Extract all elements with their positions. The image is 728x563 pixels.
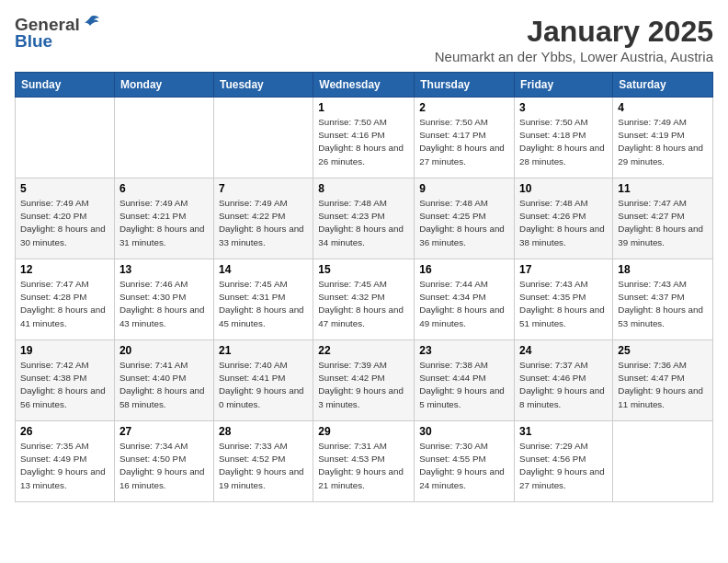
calendar-cell: 1Sunrise: 7:50 AMSunset: 4:16 PMDaylight…	[313, 98, 415, 178]
header-sunday: Sunday	[16, 73, 115, 98]
calendar-cell: 11Sunrise: 7:47 AMSunset: 4:27 PMDayligh…	[613, 178, 713, 259]
calendar-cell: 8Sunrise: 7:48 AMSunset: 4:23 PMDaylight…	[313, 178, 415, 259]
calendar-cell: 26Sunrise: 7:35 AMSunset: 4:49 PMDayligh…	[16, 421, 115, 502]
day-number: 23	[419, 344, 509, 357]
calendar-cell: 10Sunrise: 7:48 AMSunset: 4:26 PMDayligh…	[515, 178, 613, 259]
calendar-cell: 28Sunrise: 7:33 AMSunset: 4:52 PMDayligh…	[213, 421, 313, 502]
day-number: 5	[20, 182, 109, 195]
calendar-cell: 9Sunrise: 7:48 AMSunset: 4:25 PMDaylight…	[415, 178, 515, 259]
calendar-cell: 3Sunrise: 7:50 AMSunset: 4:18 PMDaylight…	[515, 98, 613, 178]
day-number: 3	[519, 101, 608, 114]
day-number: 1	[318, 101, 409, 114]
calendar-cell: 13Sunrise: 7:46 AMSunset: 4:30 PMDayligh…	[114, 259, 213, 340]
calendar-cell: 22Sunrise: 7:39 AMSunset: 4:42 PMDayligh…	[313, 340, 415, 421]
calendar-cell: 19Sunrise: 7:42 AMSunset: 4:38 PMDayligh…	[16, 340, 115, 421]
calendar-cell: 29Sunrise: 7:31 AMSunset: 4:53 PMDayligh…	[313, 421, 415, 502]
day-info: Sunrise: 7:47 AMSunset: 4:27 PMDaylight:…	[618, 197, 708, 249]
day-info: Sunrise: 7:36 AMSunset: 4:47 PMDaylight:…	[618, 359, 708, 411]
calendar-cell: 27Sunrise: 7:34 AMSunset: 4:50 PMDayligh…	[114, 421, 213, 502]
day-number: 4	[618, 101, 708, 114]
logo: General Blue	[15, 15, 100, 52]
calendar-week-row: 19Sunrise: 7:42 AMSunset: 4:38 PMDayligh…	[16, 340, 713, 421]
day-info: Sunrise: 7:50 AMSunset: 4:18 PMDaylight:…	[519, 116, 608, 168]
calendar-cell: 25Sunrise: 7:36 AMSunset: 4:47 PMDayligh…	[613, 340, 713, 421]
day-info: Sunrise: 7:30 AMSunset: 4:55 PMDaylight:…	[419, 440, 509, 492]
day-info: Sunrise: 7:35 AMSunset: 4:49 PMDaylight:…	[20, 440, 109, 492]
day-info: Sunrise: 7:49 AMSunset: 4:19 PMDaylight:…	[618, 116, 708, 168]
day-number: 29	[318, 425, 409, 438]
day-info: Sunrise: 7:38 AMSunset: 4:44 PMDaylight:…	[419, 359, 509, 411]
day-number: 20	[119, 344, 209, 357]
day-info: Sunrise: 7:50 AMSunset: 4:16 PMDaylight:…	[318, 116, 409, 168]
location-subtitle: Neumarkt an der Ybbs, Lower Austria, Aus…	[435, 49, 713, 64]
day-info: Sunrise: 7:37 AMSunset: 4:46 PMDaylight:…	[519, 359, 608, 411]
day-info: Sunrise: 7:43 AMSunset: 4:37 PMDaylight:…	[618, 278, 708, 330]
calendar-cell: 30Sunrise: 7:30 AMSunset: 4:55 PMDayligh…	[415, 421, 515, 502]
day-info: Sunrise: 7:49 AMSunset: 4:20 PMDaylight:…	[20, 197, 109, 249]
day-number: 12	[20, 263, 109, 276]
day-info: Sunrise: 7:42 AMSunset: 4:38 PMDaylight:…	[20, 359, 109, 411]
page-header: General Blue January 2025 Neumarkt an de…	[15, 15, 713, 64]
day-number: 21	[219, 344, 308, 357]
day-info: Sunrise: 7:41 AMSunset: 4:40 PMDaylight:…	[119, 359, 209, 411]
calendar-cell	[613, 421, 713, 502]
day-info: Sunrise: 7:39 AMSunset: 4:42 PMDaylight:…	[318, 359, 409, 411]
calendar-cell: 14Sunrise: 7:45 AMSunset: 4:31 PMDayligh…	[213, 259, 313, 340]
day-info: Sunrise: 7:31 AMSunset: 4:53 PMDaylight:…	[318, 440, 409, 492]
calendar-cell: 12Sunrise: 7:47 AMSunset: 4:28 PMDayligh…	[16, 259, 115, 340]
day-number: 28	[219, 425, 308, 438]
day-number: 30	[419, 425, 509, 438]
day-info: Sunrise: 7:47 AMSunset: 4:28 PMDaylight:…	[20, 278, 109, 330]
calendar-week-row: 26Sunrise: 7:35 AMSunset: 4:49 PMDayligh…	[16, 421, 713, 502]
day-number: 31	[519, 425, 608, 438]
day-info: Sunrise: 7:40 AMSunset: 4:41 PMDaylight:…	[219, 359, 308, 411]
day-number: 17	[519, 263, 608, 276]
calendar-cell: 7Sunrise: 7:49 AMSunset: 4:22 PMDaylight…	[213, 178, 313, 259]
header-monday: Monday	[114, 73, 213, 98]
calendar-cell: 4Sunrise: 7:49 AMSunset: 4:19 PMDaylight…	[613, 98, 713, 178]
calendar-cell	[16, 98, 115, 178]
header-wednesday: Wednesday	[313, 73, 415, 98]
day-info: Sunrise: 7:45 AMSunset: 4:32 PMDaylight:…	[318, 278, 409, 330]
day-info: Sunrise: 7:43 AMSunset: 4:35 PMDaylight:…	[519, 278, 608, 330]
day-info: Sunrise: 7:46 AMSunset: 4:30 PMDaylight:…	[119, 278, 209, 330]
day-number: 8	[318, 182, 409, 195]
calendar-week-row: 5Sunrise: 7:49 AMSunset: 4:20 PMDaylight…	[16, 178, 713, 259]
day-number: 9	[419, 182, 509, 195]
calendar-cell	[213, 98, 313, 178]
calendar-week-row: 1Sunrise: 7:50 AMSunset: 4:16 PMDaylight…	[16, 98, 713, 178]
title-area: January 2025 Neumarkt an der Ybbs, Lower…	[435, 15, 713, 64]
calendar-cell: 2Sunrise: 7:50 AMSunset: 4:17 PMDaylight…	[415, 98, 515, 178]
day-number: 2	[419, 101, 509, 114]
day-info: Sunrise: 7:44 AMSunset: 4:34 PMDaylight:…	[419, 278, 509, 330]
calendar-cell: 5Sunrise: 7:49 AMSunset: 4:20 PMDaylight…	[16, 178, 115, 259]
day-number: 10	[519, 182, 608, 195]
day-number: 22	[318, 344, 409, 357]
day-number: 27	[119, 425, 209, 438]
calendar-table: SundayMondayTuesdayWednesdayThursdayFrid…	[15, 72, 713, 502]
day-number: 18	[618, 263, 708, 276]
day-info: Sunrise: 7:48 AMSunset: 4:25 PMDaylight:…	[419, 197, 509, 249]
calendar-cell: 20Sunrise: 7:41 AMSunset: 4:40 PMDayligh…	[114, 340, 213, 421]
day-info: Sunrise: 7:48 AMSunset: 4:26 PMDaylight:…	[519, 197, 608, 249]
calendar-week-row: 12Sunrise: 7:47 AMSunset: 4:28 PMDayligh…	[16, 259, 713, 340]
day-info: Sunrise: 7:49 AMSunset: 4:21 PMDaylight:…	[119, 197, 209, 249]
day-number: 7	[219, 182, 308, 195]
day-number: 16	[419, 263, 509, 276]
header-friday: Friday	[515, 73, 613, 98]
day-info: Sunrise: 7:49 AMSunset: 4:22 PMDaylight:…	[219, 197, 308, 249]
calendar-cell: 23Sunrise: 7:38 AMSunset: 4:44 PMDayligh…	[415, 340, 515, 421]
calendar-cell: 15Sunrise: 7:45 AMSunset: 4:32 PMDayligh…	[313, 259, 415, 340]
header-thursday: Thursday	[415, 73, 515, 98]
calendar-header-row: SundayMondayTuesdayWednesdayThursdayFrid…	[16, 73, 713, 98]
day-number: 11	[618, 182, 708, 195]
day-number: 13	[119, 263, 209, 276]
calendar-cell: 6Sunrise: 7:49 AMSunset: 4:21 PMDaylight…	[114, 178, 213, 259]
header-saturday: Saturday	[613, 73, 713, 98]
day-info: Sunrise: 7:50 AMSunset: 4:17 PMDaylight:…	[419, 116, 509, 168]
calendar-cell: 31Sunrise: 7:29 AMSunset: 4:56 PMDayligh…	[515, 421, 613, 502]
calendar-cell: 18Sunrise: 7:43 AMSunset: 4:37 PMDayligh…	[613, 259, 713, 340]
calendar-cell: 17Sunrise: 7:43 AMSunset: 4:35 PMDayligh…	[515, 259, 613, 340]
calendar-cell	[114, 98, 213, 178]
calendar-cell: 24Sunrise: 7:37 AMSunset: 4:46 PMDayligh…	[515, 340, 613, 421]
